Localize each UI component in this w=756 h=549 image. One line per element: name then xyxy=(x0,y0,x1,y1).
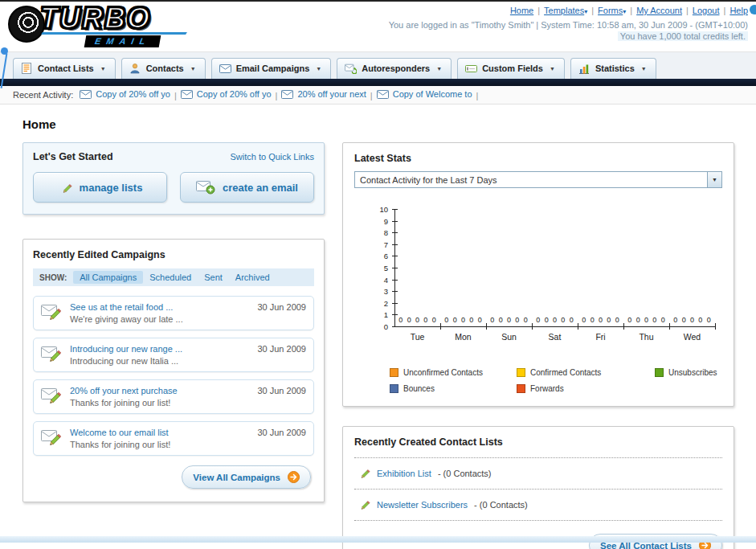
campaign-list: See us at the retail food ...We're givin… xyxy=(33,296,314,456)
envelope-pencil-icon xyxy=(41,387,62,404)
tab-autoresponders[interactable]: Autoresponders▼ xyxy=(337,58,452,79)
value-label: 0 xyxy=(423,316,427,324)
tab-contacts[interactable]: Contacts▼ xyxy=(121,58,206,79)
campaign-row[interactable]: 20% off your next purchaseThanks for joi… xyxy=(33,379,314,414)
top-link-templates[interactable]: Templates ▾ xyxy=(544,6,587,15)
value-label: 0 xyxy=(698,316,702,324)
recent-activity-link[interactable]: Copy of 20% off yo xyxy=(96,89,170,99)
value-label: 0 xyxy=(590,316,595,324)
value-label: 0 xyxy=(478,316,482,324)
value-labels: 00000 xyxy=(532,316,578,324)
switch-quick-links-link[interactable]: Switch to Quick Links xyxy=(230,152,314,162)
campaign-title-link[interactable]: 20% off your next purchase xyxy=(70,386,178,395)
y-tick xyxy=(392,291,398,292)
x-tick-label: Sun xyxy=(486,332,532,342)
latest-stats-title: Latest Stats xyxy=(354,153,722,164)
y-tick xyxy=(392,303,398,304)
campaign-subtitle: Introducing our new Italia ... xyxy=(70,356,249,366)
footer-strip xyxy=(0,536,756,543)
campaign-filter-bar: SHOW: All CampaignsScheduledSentArchived xyxy=(33,268,314,286)
value-labels: 00000 xyxy=(440,316,486,324)
top-link-help[interactable]: Help xyxy=(729,6,748,15)
campaign-row[interactable]: See us at the retail food ...We're givin… xyxy=(33,296,314,330)
logo-title: TURBO xyxy=(40,2,151,35)
legend-swatch xyxy=(390,368,398,377)
main-content: Home Let's Get Started Switch to Quick L… xyxy=(0,104,756,549)
decorative-dot xyxy=(750,5,756,14)
pencil-icon xyxy=(356,497,370,513)
navbar-divider xyxy=(0,79,756,86)
campaign-text: 20% off your next purchaseThanks for joi… xyxy=(70,386,249,408)
tab-statistics[interactable]: Statistics▼ xyxy=(570,58,656,79)
tab-label: Contacts xyxy=(146,64,184,73)
filter-all-campaigns[interactable]: All Campaigns xyxy=(73,271,143,284)
contact-list-link[interactable]: Exhibition List xyxy=(377,469,431,478)
envelope-plus-icon xyxy=(196,181,215,195)
tab-email-campaigns[interactable]: Email Campaigns▼ xyxy=(211,58,332,79)
top-link-logout[interactable]: Logout xyxy=(693,6,720,15)
top-link-my-account[interactable]: My Account xyxy=(636,6,682,15)
contact-list-link[interactable]: Newsletter Subscribers xyxy=(377,500,468,510)
campaign-text: See us at the retail food ...We're givin… xyxy=(70,302,249,324)
y-tick xyxy=(392,280,398,281)
value-label: 0 xyxy=(515,316,519,324)
campaign-title-link[interactable]: Welcome to our email list xyxy=(70,428,169,437)
recent-activity-link[interactable]: 20% off your next xyxy=(297,89,366,99)
field-icon xyxy=(465,63,477,74)
campaign-title-link[interactable]: Introducing our new range ... xyxy=(70,344,182,354)
envelope-pencil-icon xyxy=(41,428,62,446)
campaign-date: 30 Jun 2009 xyxy=(257,386,306,395)
manage-lists-button[interactable]: manage lists xyxy=(33,172,167,203)
chevron-down-icon: ▼ xyxy=(190,66,196,72)
x-tick xyxy=(578,323,578,330)
separator: | xyxy=(630,6,632,15)
value-label: 0 xyxy=(644,316,648,324)
top-link-home[interactable]: Home xyxy=(510,6,533,15)
arrow-circle-icon xyxy=(288,471,300,483)
campaign-date: 30 Jun 2009 xyxy=(257,344,306,354)
campaign-subtitle: Thanks for joining our list! xyxy=(70,398,249,408)
envelope-icon xyxy=(377,90,389,99)
separator: | xyxy=(537,6,540,15)
tab-contact-lists[interactable]: Contact Lists▼ xyxy=(13,58,116,79)
legend-swatch xyxy=(655,368,664,377)
recent-activity-link[interactable]: Copy of 20% off yo xyxy=(197,89,272,99)
value-labels: 00000 xyxy=(623,316,669,324)
value-label: 0 xyxy=(661,316,665,324)
y-tick xyxy=(392,256,398,256)
envelope-icon xyxy=(219,63,231,74)
value-label: 0 xyxy=(524,316,528,324)
campaign-row[interactable]: Introducing our new range ...Introducing… xyxy=(33,338,314,372)
campaign-subtitle: Thanks for joining our list! xyxy=(70,440,249,449)
filter-scheduled[interactable]: Scheduled xyxy=(143,271,198,284)
value-labels: 00000 xyxy=(669,316,715,324)
chart-legend: Unconfirmed ContactsConfirmed ContactsUn… xyxy=(390,368,722,393)
recent-activity-link[interactable]: Copy of Welcome to xyxy=(393,89,472,99)
contact-list-item[interactable]: Newsletter Subscribers- (0 Contacts) xyxy=(354,489,722,520)
stats-period-select[interactable]: Contact Activity for the Last 7 Days ▼ xyxy=(354,171,722,188)
y-tick xyxy=(392,209,398,210)
campaign-row[interactable]: Welcome to our email listThanks for join… xyxy=(33,421,314,456)
create-email-button[interactable]: create an email xyxy=(180,172,314,203)
x-tick xyxy=(669,323,670,330)
view-all-campaigns-button[interactable]: View All Campaigns xyxy=(182,465,311,489)
left-column: Let's Get Started Switch to Quick Links … xyxy=(22,142,325,502)
top-link-forms[interactable]: Forms ▾ xyxy=(598,6,626,15)
tab-custom-fields[interactable]: Custom Fields▼ xyxy=(457,58,565,79)
campaign-text: Welcome to our email listThanks for join… xyxy=(70,428,249,449)
x-tick xyxy=(486,323,487,330)
tab-label: Autoresponders xyxy=(362,64,430,73)
x-tick-label: Sat xyxy=(532,332,578,342)
value-label: 0 xyxy=(444,316,448,324)
y-tick-label: 0 xyxy=(354,322,388,331)
header-right: Home|Templates ▾|Forms ▾|My Account|Logo… xyxy=(389,6,748,41)
separator: | xyxy=(276,91,278,100)
filter-archived[interactable]: Archived xyxy=(229,271,276,284)
contact-list-item[interactable]: Exhibition List- (0 Contacts) xyxy=(354,457,722,489)
campaign-title-link[interactable]: See us at the retail food ... xyxy=(70,302,173,312)
value-label: 0 xyxy=(607,316,611,324)
stats-icon xyxy=(578,63,590,74)
legend-label: Bounces xyxy=(403,384,435,393)
value-label: 0 xyxy=(536,316,540,324)
filter-sent[interactable]: Sent xyxy=(198,271,229,284)
